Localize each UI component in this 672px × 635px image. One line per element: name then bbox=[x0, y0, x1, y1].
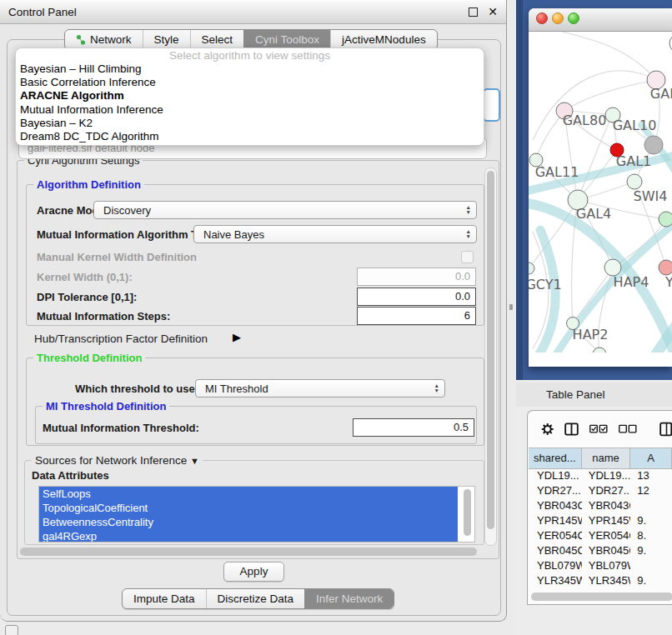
hub-definition-label[interactable]: Hub/Transcription Factor Definition bbox=[34, 332, 208, 345]
table-cell: YLR345W bbox=[529, 573, 582, 588]
table-row[interactable]: YBR043CYBR043C bbox=[529, 498, 672, 513]
table-cell: YBR045C bbox=[582, 543, 631, 558]
table-row[interactable]: YDR27...YDR27...12 bbox=[529, 483, 672, 498]
algorithm-dropdown-popup: Select algorithm to view settings Bayesi… bbox=[15, 48, 484, 146]
mi-type-combo[interactable]: Naive Bayes ▲▼ bbox=[193, 225, 477, 243]
gear-icon[interactable] bbox=[541, 421, 554, 438]
mi-type-value: Naive Bayes bbox=[203, 228, 264, 241]
panel-splitter[interactable] bbox=[507, 0, 516, 635]
mi-steps-field[interactable]: 6 bbox=[357, 307, 476, 325]
tab-impute-data[interactable]: Impute Data bbox=[123, 589, 206, 608]
table-cell: YBR043C bbox=[529, 498, 582, 513]
table-row[interactable]: YBL079WYBL079W bbox=[529, 558, 672, 573]
list-scrollbar[interactable] bbox=[462, 489, 473, 538]
zoom-traffic-light[interactable] bbox=[568, 12, 579, 24]
attribute-list-item[interactable]: SelfLoops bbox=[39, 487, 458, 501]
settings-horizontal-scrollbar[interactable] bbox=[20, 547, 484, 557]
table-row[interactable]: YBR045CYBR045C9. bbox=[529, 543, 672, 558]
network-node[interactable] bbox=[529, 262, 534, 274]
node-label: GAL10 bbox=[613, 118, 657, 133]
algorithm-option[interactable]: Basic Correlation Inference bbox=[16, 76, 484, 89]
aracne-mode-combo[interactable]: Discovery ▲▼ bbox=[93, 201, 477, 219]
kernel-width-label: Kernel Width (0,1): bbox=[37, 271, 133, 283]
tab-jactivemnodules[interactable]: jActiveMNodules bbox=[330, 30, 437, 49]
table-cell bbox=[630, 498, 672, 513]
table-cell: YBL079W bbox=[582, 558, 631, 573]
column-header-3[interactable]: A bbox=[630, 448, 672, 468]
columns-icon[interactable] bbox=[564, 421, 579, 438]
table-row[interactable]: YPR145WYPR145W9. bbox=[529, 513, 672, 528]
table-cell: YBR043C bbox=[582, 498, 631, 513]
sources-title[interactable]: Sources for Network Inference ▼ bbox=[32, 454, 203, 467]
network-node[interactable] bbox=[604, 259, 621, 276]
table-row[interactable]: YIL052CYIL052C0. bbox=[529, 588, 672, 591]
table-row[interactable]: YLR345WYLR345W9. bbox=[529, 573, 672, 588]
tab-select[interactable]: Select bbox=[190, 30, 244, 49]
table-cell: YBL079W bbox=[529, 558, 582, 573]
network-edge bbox=[573, 268, 613, 323]
network-icon bbox=[76, 34, 86, 45]
algorithm-option[interactable]: Bayesian – Hill Climbing bbox=[16, 62, 484, 76]
which-threshold-combo[interactable]: MI Threshold ▲▼ bbox=[195, 379, 445, 398]
focused-combo-edge[interactable] bbox=[483, 88, 500, 122]
close-icon[interactable]: ✕ bbox=[488, 6, 498, 18]
network-view-frame: GALGAL80GAL10GAL1GAL11SWI4GAL4GCY1HAP4YH… bbox=[516, 0, 672, 380]
table-cell: 0. bbox=[630, 588, 672, 591]
network-edge bbox=[562, 32, 656, 80]
attribute-list-item[interactable]: BetweennessCentrality bbox=[39, 515, 458, 529]
cyni-algorithm-settings-group: Cyni Algorithm Settings Algorithm Defini… bbox=[17, 160, 499, 559]
close-traffic-light[interactable] bbox=[536, 12, 548, 24]
new-table-icon[interactable] bbox=[659, 420, 672, 438]
minimize-traffic-light[interactable] bbox=[552, 12, 564, 24]
algorithm-option[interactable]: Dream8 DC_TDC Algorithm bbox=[16, 130, 484, 143]
network-node[interactable] bbox=[659, 260, 672, 275]
node-label: GAL11 bbox=[535, 164, 579, 180]
network-canvas[interactable]: GALGAL80GAL10GAL1GAL11SWI4GAL4GCY1HAP4YH… bbox=[529, 32, 672, 352]
algorithm-option[interactable]: Bayesian – K2 bbox=[16, 117, 484, 130]
kernel-width-field[interactable]: 0.0 bbox=[357, 268, 476, 286]
which-threshold-value: MI Threshold bbox=[205, 382, 268, 395]
tab-network[interactable]: Network bbox=[65, 30, 143, 49]
network-node[interactable] bbox=[659, 212, 672, 227]
aracne-mode-value: Discovery bbox=[103, 204, 151, 217]
spinner-arrows-icon: ▲▼ bbox=[466, 226, 471, 242]
table-row[interactable]: YDL19...YDL19...13 bbox=[529, 468, 672, 483]
control-panel-window: Control Panel ✕ NetworkStyleSelectCyni T… bbox=[0, 0, 507, 622]
tab-infer-network[interactable]: Infer Network bbox=[304, 589, 394, 608]
deselect-all-checkboxes-icon[interactable] bbox=[619, 423, 637, 435]
expand-arrow-icon[interactable]: ▶ bbox=[233, 331, 241, 343]
manual-kernel-checkbox[interactable] bbox=[461, 251, 474, 263]
table-row[interactable]: YER054CYER054C8. bbox=[529, 528, 672, 543]
table-horizontal-scrollbar[interactable] bbox=[531, 592, 672, 602]
table-cell: YPR145W bbox=[582, 513, 631, 528]
mi-threshold-title: MI Threshold Definition bbox=[43, 400, 169, 412]
select-all-checkboxes-icon[interactable] bbox=[589, 423, 608, 435]
column-header-1[interactable]: shared... bbox=[529, 448, 582, 468]
network-node[interactable] bbox=[627, 174, 642, 189]
attribute-list-item[interactable]: TopologicalCoefficient bbox=[39, 501, 458, 515]
table-panel-titlebar: Table Panel bbox=[516, 382, 672, 407]
panel-title: Control Panel bbox=[8, 6, 77, 18]
settings-vertical-scrollbar[interactable] bbox=[484, 168, 497, 546]
column-header-2[interactable]: name bbox=[582, 448, 631, 468]
apply-button[interactable]: Apply bbox=[223, 562, 284, 582]
tab-discretize-data[interactable]: Discretize Data bbox=[206, 589, 305, 608]
node-label: Y bbox=[664, 274, 672, 290]
algorithm-option[interactable]: ARACNE Algorithm bbox=[16, 89, 484, 102]
network-edge bbox=[549, 222, 672, 352]
table-header-row: shared...nameA bbox=[529, 448, 672, 469]
table-cell: 8. bbox=[630, 528, 672, 543]
tab-cyni-toolbox[interactable]: Cyni Toolbox bbox=[243, 30, 330, 49]
minimized-panel-icon[interactable] bbox=[5, 625, 18, 635]
table-toolbar bbox=[528, 411, 672, 448]
algorithm-option[interactable]: Mutual Information Inference bbox=[16, 103, 484, 117]
attribute-list-item[interactable]: gal4RGexp bbox=[39, 529, 458, 542]
network-window-titlebar[interactable] bbox=[529, 8, 672, 32]
data-attributes-list: SelfLoopsTopologicalCoefficientBetweenne… bbox=[38, 486, 475, 542]
dpi-tolerance-field[interactable]: 0.0 bbox=[357, 288, 476, 306]
tab-style[interactable]: Style bbox=[143, 30, 190, 49]
mi-threshold-field[interactable]: 0.5 bbox=[353, 418, 474, 437]
spinner-arrows-icon: ▲▼ bbox=[466, 202, 471, 218]
network-node[interactable] bbox=[644, 136, 663, 154]
float-window-icon[interactable] bbox=[469, 8, 478, 17]
